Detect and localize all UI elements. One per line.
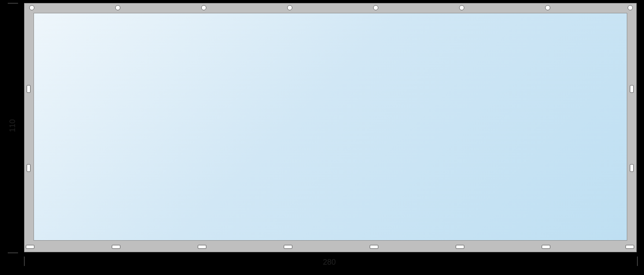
eyelet-icon	[201, 5, 206, 10]
eyelet-icon	[373, 5, 378, 10]
slot-icon	[630, 164, 634, 172]
slot-icon	[626, 245, 634, 249]
slot-icon	[27, 164, 31, 172]
slot-icon	[370, 245, 378, 249]
dimension-vertical-label: 110	[8, 119, 17, 132]
tarp-panel	[34, 13, 627, 241]
diagram-stage: 110 280	[0, 0, 644, 275]
eyelet-icon	[459, 5, 464, 10]
slot-icon	[542, 245, 550, 249]
slot-icon	[456, 245, 464, 249]
slot-icon	[27, 85, 31, 93]
dimension-horizontal-label: 280	[316, 258, 342, 267]
eyelet-icon	[287, 5, 292, 10]
slot-icon	[630, 85, 634, 93]
eyelet-icon	[545, 5, 550, 10]
eyelet-icon	[628, 5, 633, 10]
slot-icon	[112, 245, 120, 249]
eyelet-icon	[115, 5, 120, 10]
slot-icon	[198, 245, 206, 249]
eyelet-icon	[29, 5, 34, 10]
slot-icon	[26, 245, 34, 249]
slot-icon	[284, 245, 292, 249]
